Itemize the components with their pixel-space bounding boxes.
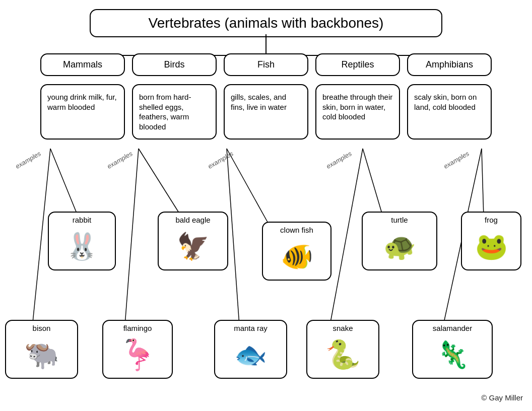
- examples-label-fish: examples: [207, 150, 235, 170]
- flamingo-image: 🦩: [107, 334, 168, 375]
- birds-description: born from hard-shelled eggs, feathers, w…: [132, 84, 217, 140]
- snake-card: snake 🐍: [306, 320, 379, 379]
- examples-label-mammals: examples: [14, 150, 42, 170]
- category-amphibians: Amphibians: [407, 53, 492, 76]
- snake-label: snake: [311, 324, 374, 332]
- svg-line-10: [125, 149, 139, 325]
- bison-card: bison 🐃: [5, 320, 78, 379]
- rabbit-label: rabbit: [53, 216, 111, 224]
- svg-line-11: [227, 149, 270, 226]
- manta-ray-image: 🐟: [219, 334, 282, 375]
- turtle-card: turtle 🐢: [362, 212, 437, 270]
- salamander-label: salamander: [417, 324, 488, 332]
- clown-fish-card: clown fish 🐠: [262, 222, 331, 281]
- salamander-card: salamander 🦎: [412, 320, 493, 379]
- frog-image: 🐸: [466, 226, 516, 266]
- category-fish: Fish: [224, 53, 308, 76]
- flamingo-label: flamingo: [107, 324, 168, 332]
- bald-eagle-card: bald eagle 🦅: [158, 212, 228, 270]
- copyright: © Gay Miller: [481, 393, 523, 402]
- frog-label: frog: [466, 216, 516, 224]
- reptiles-description: breathe through their skin, born in wate…: [315, 84, 400, 140]
- svg-line-7: [50, 149, 78, 217]
- rabbit-image: 🐰: [53, 226, 111, 266]
- examples-label-reptiles: examples: [325, 150, 353, 170]
- category-birds: Birds: [132, 53, 217, 76]
- clown-fish-image: 🐠: [267, 236, 326, 277]
- svg-line-13: [363, 149, 383, 217]
- main-container: Vertebrates (animals with backbones) Mam…: [0, 0, 532, 411]
- clown-fish-label: clown fish: [267, 226, 326, 234]
- rabbit-card: rabbit 🐰: [48, 212, 116, 270]
- bald-eagle-label: bald eagle: [163, 216, 223, 224]
- mammals-description: young drink milk, fur, warm blooded: [40, 84, 125, 140]
- salamander-image: 🦎: [417, 334, 488, 375]
- bison-image: 🐃: [10, 334, 73, 375]
- title-text: Vertebrates (animals with backbones): [149, 15, 384, 31]
- bison-label: bison: [10, 324, 73, 332]
- manta-ray-card: manta ray 🐟: [214, 320, 287, 379]
- examples-label-birds: examples: [106, 150, 134, 170]
- svg-line-9: [139, 149, 181, 217]
- bald-eagle-image: 🦅: [163, 226, 223, 266]
- fish-description: gills, scales, and fins, live in water: [224, 84, 308, 140]
- snake-image: 🐍: [311, 334, 374, 375]
- flamingo-card: flamingo 🦩: [102, 320, 173, 379]
- description-row: young drink milk, fur, warm blooded born…: [5, 84, 527, 140]
- svg-line-14: [330, 149, 363, 325]
- examples-label-amphibians: examples: [442, 150, 471, 170]
- category-reptiles: Reptiles: [315, 53, 400, 76]
- category-mammals: Mammals: [40, 53, 125, 76]
- amphibians-description: scaly skin, born on land, cold blooded: [407, 84, 492, 140]
- turtle-label: turtle: [367, 216, 432, 224]
- turtle-image: 🐢: [367, 226, 432, 266]
- manta-ray-label: manta ray: [219, 324, 282, 332]
- category-row: Mammals Birds Fish Reptiles Amphibians: [5, 53, 527, 76]
- frog-card: frog 🐸: [461, 212, 521, 270]
- svg-line-12: [227, 149, 239, 325]
- title-box: Vertebrates (animals with backbones): [90, 9, 442, 37]
- svg-line-15: [482, 149, 484, 217]
